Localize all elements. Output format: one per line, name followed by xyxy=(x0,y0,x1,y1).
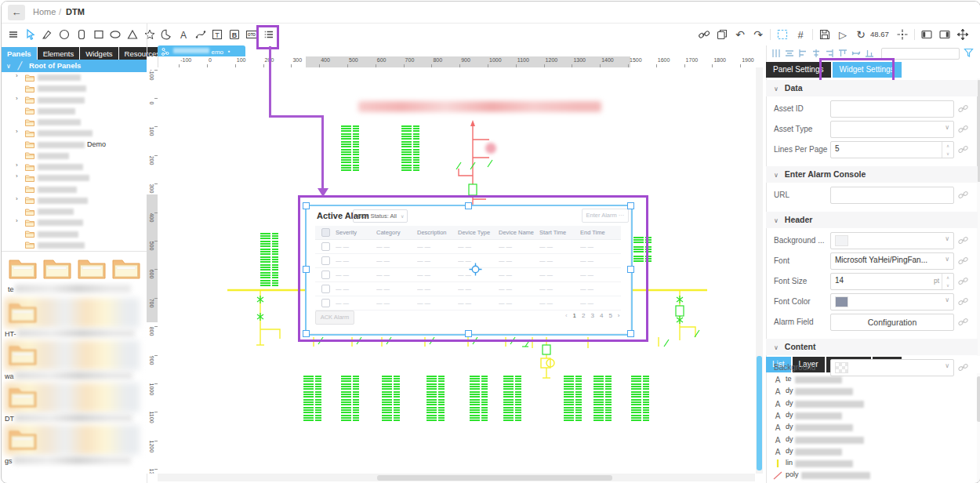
redo-icon[interactable]: ↷ xyxy=(750,25,767,44)
bind-link-icon[interactable] xyxy=(958,255,968,269)
section-header-enter-alarm-console[interactable]: ∨Enter Alarm Console xyxy=(766,166,978,183)
field-color-control[interactable]: ∨ xyxy=(830,232,954,249)
row-checkbox[interactable] xyxy=(315,242,336,251)
column-header[interactable]: End Time xyxy=(580,229,621,236)
resource-folder-icon[interactable] xyxy=(8,256,38,284)
link-icon[interactable] xyxy=(695,25,713,44)
tree-row[interactable]: › xyxy=(2,95,147,106)
tree-row[interactable]: › xyxy=(2,128,147,139)
selection-handle[interactable] xyxy=(465,330,472,337)
expand-chevron-icon[interactable]: › xyxy=(16,217,18,224)
align-tool-icon[interactable] xyxy=(824,48,835,59)
selection-handle[interactable] xyxy=(465,202,472,209)
canvas-horizontal-scrollbar[interactable] xyxy=(158,474,755,481)
tree-row[interactable] xyxy=(2,117,147,128)
alarm-table-row[interactable]: — —— —— —— —— —— —— — xyxy=(315,296,621,310)
tree-root-row[interactable]: ∨ ╱ Root of Panels xyxy=(2,60,147,72)
field-number-control[interactable]: 5∧∨ xyxy=(830,141,954,158)
select-all-checkbox[interactable] xyxy=(315,228,336,237)
active-alarm-widget[interactable]: Active Alarm ACK Status: All ∨ Enter Ala… xyxy=(306,205,630,333)
resource-folder-icon[interactable] xyxy=(8,427,38,455)
tree-row[interactable]: Demo xyxy=(2,140,147,151)
column-header[interactable]: Device Name xyxy=(499,229,539,236)
field-number-control[interactable]: 14pt∧∨ xyxy=(830,273,954,290)
tool-text[interactable]: T xyxy=(209,25,226,44)
alarm-table-row[interactable]: — —— —— —— —— —— —— — xyxy=(315,254,621,268)
bind-link-icon[interactable] xyxy=(958,143,968,158)
tool-path-a[interactable]: A xyxy=(175,25,192,44)
align-tool-icon[interactable] xyxy=(784,48,795,59)
tree-row[interactable]: › xyxy=(2,217,147,228)
row-checkbox[interactable] xyxy=(315,271,336,279)
tree-row[interactable] xyxy=(2,206,147,217)
panel-right-icon[interactable] xyxy=(936,25,953,44)
number-stepper[interactable]: ∧∨ xyxy=(942,274,953,289)
column-header[interactable]: Severity xyxy=(336,229,376,236)
pagination-prev[interactable]: ‹ xyxy=(565,312,568,319)
bind-link-icon[interactable] xyxy=(958,296,968,310)
field-color-control[interactable]: ∨ xyxy=(830,293,954,310)
alarm-table-row[interactable]: — —— —— —— —— —— —— — xyxy=(315,282,621,296)
selection-handle[interactable] xyxy=(627,330,634,337)
breadcrumb-home[interactable]: Home xyxy=(33,7,56,16)
expand-chevron-icon[interactable]: › xyxy=(16,72,18,79)
selection-handle[interactable] xyxy=(303,202,310,209)
selection-handle[interactable] xyxy=(303,330,310,337)
bind-link-icon[interactable] xyxy=(958,123,968,137)
resource-folder-icon[interactable] xyxy=(8,342,38,370)
ack-status-filter[interactable]: ACK Status: All ∨ xyxy=(353,209,408,223)
tree-row[interactable]: › xyxy=(2,172,147,183)
tool-curve[interactable] xyxy=(192,25,209,44)
bind-link-icon[interactable] xyxy=(958,361,968,376)
tool-circle[interactable] xyxy=(56,25,73,44)
tool-pen[interactable] xyxy=(38,25,56,44)
bind-link-icon[interactable] xyxy=(958,189,968,203)
bind-link-icon[interactable] xyxy=(958,234,968,249)
column-header[interactable]: Start Time xyxy=(539,229,580,236)
tool-select-active[interactable] xyxy=(22,25,39,44)
expand-chevron-icon[interactable]: › xyxy=(16,162,18,169)
selection-handle[interactable] xyxy=(627,266,634,273)
pagination-page[interactable]: 4 xyxy=(600,312,603,319)
marquee-select-icon[interactable] xyxy=(774,25,791,44)
field-text-control[interactable] xyxy=(830,187,954,204)
tree-row[interactable] xyxy=(2,184,147,195)
enter-alarm-button[interactable]: Enter Alarm ··· xyxy=(582,209,629,223)
align-tool-icon[interactable] xyxy=(811,48,822,59)
play-icon[interactable]: ▷ xyxy=(834,25,851,44)
section-header-data[interactable]: ∨Data xyxy=(766,80,978,96)
list-scroll-thumb[interactable] xyxy=(977,376,980,422)
canvas-vertical-scrollbar[interactable] xyxy=(756,67,763,474)
pagination-page[interactable]: 2 xyxy=(582,312,585,319)
tree-row[interactable]: › xyxy=(2,162,147,172)
tree-row[interactable] xyxy=(2,229,147,240)
tool-pie[interactable] xyxy=(158,25,175,44)
row-checkbox[interactable] xyxy=(315,256,336,265)
selection-handle[interactable] xyxy=(627,202,634,209)
row-checkbox[interactable] xyxy=(315,285,336,293)
tool-rect[interactable] xyxy=(90,25,107,44)
row-checkbox[interactable] xyxy=(315,299,336,307)
column-header[interactable]: Description xyxy=(417,229,458,236)
save-icon[interactable] xyxy=(816,25,833,44)
field-select-control[interactable]: ∨ xyxy=(830,121,954,138)
pagination-next[interactable]: › xyxy=(618,312,620,319)
tree-row[interactable] xyxy=(2,151,147,162)
grid-icon[interactable]: # xyxy=(792,25,809,44)
filter-funnel-icon[interactable] xyxy=(964,47,974,61)
field-button-control[interactable]: Configuration xyxy=(830,314,954,331)
pagination-page[interactable]: 5 xyxy=(608,312,612,319)
settings-tab-widget-settings[interactable]: Widget Settings xyxy=(833,62,902,78)
align-tool-icon[interactable] xyxy=(851,48,862,59)
number-stepper[interactable]: ∧∨ xyxy=(942,142,953,158)
bind-link-icon[interactable] xyxy=(958,316,968,330)
zoom-level-value[interactable]: 48.67 xyxy=(870,30,889,38)
tree-row[interactable]: › xyxy=(2,195,147,206)
column-header[interactable]: Device Type xyxy=(458,229,499,236)
resource-folder-icon[interactable] xyxy=(8,300,38,328)
field-text-control[interactable] xyxy=(830,100,954,118)
tool-marquee[interactable]: OTO xyxy=(243,25,260,44)
bind-link-icon[interactable] xyxy=(958,103,968,117)
resource-folder-icon[interactable] xyxy=(8,384,38,412)
align-tool-icon[interactable] xyxy=(771,48,782,59)
